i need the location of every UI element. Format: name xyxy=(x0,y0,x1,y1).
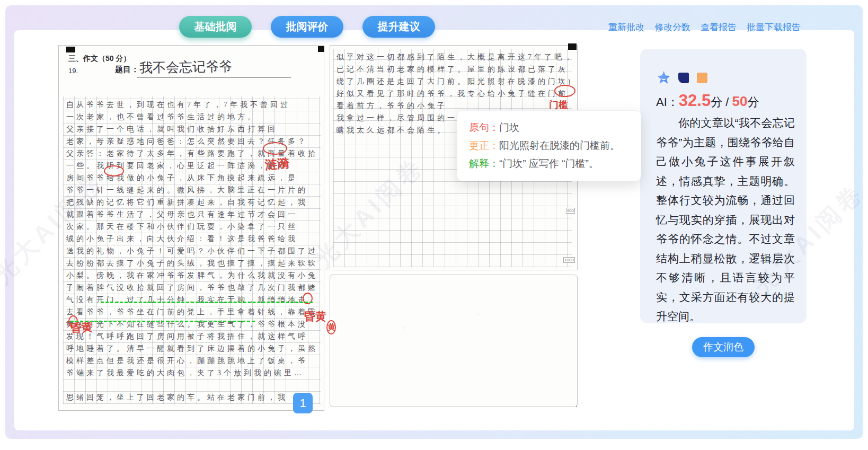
original-text: 门坎 xyxy=(499,122,519,133)
re-grade-link[interactable]: 重新批改 xyxy=(608,21,644,33)
header-actions: 重新批改 修改分数 查看报告 批量下载报告 xyxy=(608,21,801,33)
score-panel-icons xyxy=(657,71,707,84)
essay-line: 父亲接了一个电话，就叫我们收拾好东西打算回 xyxy=(66,123,320,135)
essay-line: 好似又看见了那时的爷爷，我专心给小兔子缝在门前 xyxy=(336,87,570,100)
red-circle-annotation xyxy=(263,142,287,155)
navy-square-icon[interactable] xyxy=(678,73,689,83)
green-dashed-underline xyxy=(101,302,313,303)
ai-score-value: 32.5 xyxy=(679,91,711,110)
essay-line: 气没有开门。过了几十分钟，我实在无聊，就悄悄地走 xyxy=(66,294,320,306)
app-root: 基础批阅 批阅评价 提升建议 重新批改 修改分数 查看报告 批量下载报告 三、作… xyxy=(0,0,868,450)
essay-line: 爷端来了我最爱吃的大肉包，夹了3个放到我的碗里… xyxy=(66,367,320,379)
essay-line: 去看爷爷，爷爷坐在门前的凳上，手里拿着针线，靠着昏 xyxy=(66,306,320,318)
total-score-value: 50 xyxy=(732,93,747,109)
tooltip-correction-row: 更正：阳光照射在脱漆的门槛前。 xyxy=(469,137,629,155)
essay-line: 就跟着爷爷生活了，父母亲也只有逢年过节才会回一 xyxy=(66,208,320,220)
correction-text-dim-yellow: 昏黄 xyxy=(304,309,326,324)
essay-line: 去纷纷都去摸了小兔子的头绒，我也摸了摸，摸起来软软 xyxy=(66,257,320,269)
batch-download-report-link[interactable]: 批量下载报告 xyxy=(747,21,801,33)
smile-detail xyxy=(661,77,666,80)
red-circle-annotation xyxy=(554,85,575,97)
registration-mark xyxy=(568,43,577,50)
registration-mark xyxy=(318,46,324,52)
correction-text-huang: 黄 xyxy=(327,322,335,332)
tab-review-evaluation[interactable]: 批阅评价 xyxy=(271,16,343,38)
ai-score-panel: AI：32.5分 / 50分 你的文章以“我不会忘记爷爷”为主题，围绕爷爷给自己… xyxy=(640,49,807,323)
correction-text: 阳光照射在脱漆的门槛前。 xyxy=(499,140,620,151)
essay-line: 自从爷爷去世，到现在也有7年了，7年我不曾回过 xyxy=(66,99,320,111)
essay-line: 子闹着脾气没收拾就回了房间，爷爷也敲了几次门我都赌 xyxy=(66,281,320,294)
essay-line: 似乎对这一切都感到了陌生，大概是离开这7年了吧，早 xyxy=(336,51,570,63)
green-dashed-underline xyxy=(70,321,255,322)
essay-line: 黄的灯光下不知在缝些什么。我更生气了，爷爷根本没 xyxy=(66,318,320,330)
ai-label: AI： xyxy=(656,95,679,109)
page-number-badge[interactable]: 1 xyxy=(293,393,313,413)
explanation-text: “门坎” 应写作 “门槛”。 xyxy=(499,158,599,169)
correction-tooltip: 原句：门坎 更正：阳光照射在脱漆的门槛前。 解释：“门坎” 应写作 “门槛”。 xyxy=(457,110,641,181)
essay-line: 一次老家，也不曾看过爷爷生活过的地方。 xyxy=(66,111,320,123)
registration-mark xyxy=(66,47,75,52)
essay-scan-page-left[interactable]: 三、作文（50 分） 19. 题目： 我不会忘记爷爷 自从爷爷去世，到现在也有7… xyxy=(58,45,324,411)
essay-scan-blank-section[interactable] xyxy=(330,275,578,407)
essay-line: 已记不清当初老家的模样了。屋里的陈设都已落了灰， xyxy=(336,63,570,75)
tab-basic-review[interactable]: 基础批阅 xyxy=(179,16,252,38)
essay-line: 绒的小兔子出来，向大伙介绍：看！这是我爸爸给我 xyxy=(66,233,320,245)
ai-evaluation-text: 你的文章以“我不会忘记爷爷”为主题，围绕爷爷给自己做小兔子这件事展开叙述，情感真… xyxy=(656,113,795,327)
essay-line: 思绪回笼，坐上了回老家的车。站在老家门前，我 xyxy=(66,391,320,403)
tooltip-explanation-row: 解释：“门坎” 应写作 “门槛”。 xyxy=(469,155,629,173)
essay-line: 把残缺的记忆将它们重新拼凑起来，自我有记忆起，我 xyxy=(66,196,320,208)
essay-line: 模样差点但是我还是很开心，蹦蹦跳跳地上了饭桌，爷 xyxy=(66,355,320,367)
section-header: 三、作文（50 分） xyxy=(68,54,130,64)
title-label: 题目： xyxy=(115,65,139,75)
essay-polish-button[interactable]: 作文润色 xyxy=(692,337,755,357)
title-underline xyxy=(137,77,291,78)
essay-line: 呼地睡着了。清早一醒就看到了床边摆着的小兔子，虽然 xyxy=(66,342,320,355)
original-label: 原句： xyxy=(469,122,499,133)
essay-line: 绕了几圈还是走回了大门前。阳光照射在脱漆的门坎前 xyxy=(336,75,570,87)
essay-line: 爷爷一针一线缝起来的。微风拂，大脑里正在一片片的 xyxy=(66,184,320,196)
explanation-label: 解释： xyxy=(469,158,499,169)
question-number: 19. xyxy=(68,67,78,75)
score-separator: / xyxy=(722,95,732,109)
score-unit: 分 xyxy=(711,95,722,109)
ai-score-line: AI：32.5分 / 50分 xyxy=(656,91,759,110)
red-circle-annotation xyxy=(104,165,124,177)
essay-line: 小梨。傍晚，我在家冲爷爷发脾气，为什么我就没有小兔 xyxy=(66,269,320,281)
correction-text-menkan: 门槛 xyxy=(549,99,568,111)
word-count-marker-1000: 1000 xyxy=(563,257,575,263)
essay-line: 次家。那天在楼下和小伙伴们玩耍，小染拿了一只丝 xyxy=(66,220,320,233)
correction-text-ripple: 涟漪 xyxy=(264,155,290,173)
modify-score-link[interactable]: 修改分数 xyxy=(654,21,690,33)
orange-square-icon[interactable] xyxy=(697,73,707,83)
star-icon[interactable] xyxy=(657,71,670,84)
tab-improvement-suggestions[interactable]: 提升建议 xyxy=(362,16,435,38)
essay-line: 房间爷爷给我做的小兔子，从床下角摸起来疏远，是 xyxy=(66,172,320,184)
essay-line: 送我的礼物，小兔子！可爱吗？小伙伴们一下子都围了过 xyxy=(66,245,320,257)
correction-label: 更正： xyxy=(469,140,499,151)
total-unit: 分 xyxy=(747,95,759,109)
view-report-link[interactable]: 查看报告 xyxy=(701,21,737,33)
handwritten-essay-title: 我不会忘记爷爷 xyxy=(139,57,233,76)
essay-line xyxy=(66,379,320,391)
tooltip-original-row: 原句：门坎 xyxy=(469,119,629,137)
word-count-marker-900: 900 xyxy=(566,208,575,214)
essay-line: 发现！气呼呼跑回了房间用被子将我捂住，就这样气呼 xyxy=(66,330,320,342)
